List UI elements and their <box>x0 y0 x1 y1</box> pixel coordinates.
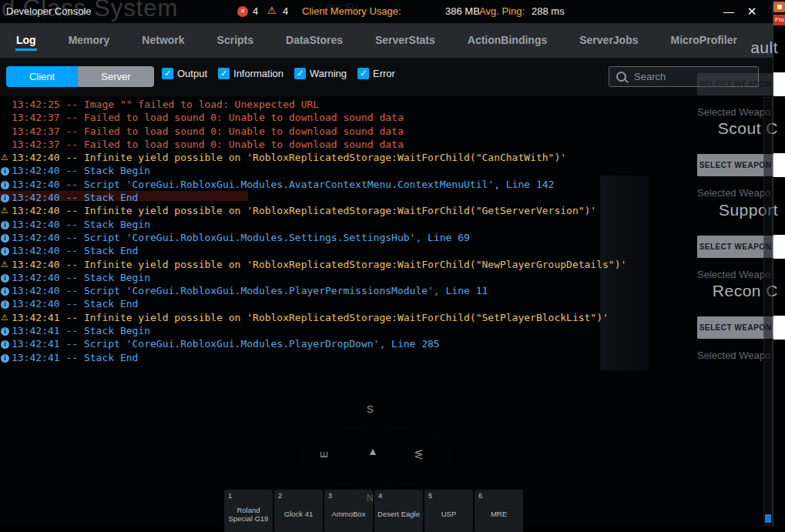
server-toggle-button[interactable]: Server <box>78 66 154 87</box>
error-count: 4 <box>253 5 258 17</box>
log-text: 13:42:40 -- Script 'CoreGui.RobloxGui.Mo… <box>12 179 554 190</box>
log-line[interactable]: 13:42:25 -- Image "" failed to load: Une… <box>0 98 773 111</box>
info-icon <box>1 340 9 349</box>
client-toggle-button[interactable]: Client <box>6 66 78 87</box>
info-icon <box>1 247 9 256</box>
log-text: 13:42:41 -- Stack Begin <box>12 325 150 336</box>
log-line[interactable]: 13:42:40 -- Stack Begin <box>0 271 773 284</box>
log-line[interactable]: 13:42:40 -- Stack Begin <box>0 164 773 177</box>
close-icon[interactable] <box>743 2 761 21</box>
log-line[interactable]: 13:42:40 -- Stack End <box>0 297 773 310</box>
log-line[interactable]: 13:42:40 -- Stack Begin <box>0 218 773 231</box>
log-output: 13:42:25 -- Image "" failed to load: Une… <box>0 96 773 527</box>
log-text: 13:42:40 -- Infinite yield possible on '… <box>12 205 596 216</box>
log-line[interactable]: 13:42:40 -- Script 'CoreGui.RobloxGui.Mo… <box>0 231 773 244</box>
warning-icon <box>1 260 8 269</box>
log-line[interactable]: 13:42:37 -- Failed to load sound 0: Unab… <box>0 138 773 151</box>
console-title-bar: Developer Console 4 4 Client Memory Usag… <box>0 0 773 23</box>
log-text: 13:42:40 -- Infinite yield possible on '… <box>12 259 626 270</box>
warning-icon <box>1 206 8 216</box>
error-count-icon <box>237 6 248 17</box>
log-text: 13:42:40 -- Infinite yield possible on '… <box>12 152 566 163</box>
log-line[interactable]: 13:42:40 -- Infinite yield possible on '… <box>0 151 773 164</box>
tab-actionbindings[interactable]: ActionBindings <box>467 30 548 51</box>
log-text: 13:42:41 -- Stack End <box>12 352 138 363</box>
log-text: 13:42:37 -- Failed to load sound 0: Unab… <box>12 112 404 123</box>
log-line[interactable]: 13:42:40 -- Stack End <box>0 191 773 204</box>
log-line[interactable]: 13:42:40 -- Infinite yield possible on '… <box>0 258 773 271</box>
ping-value: 288 ms <box>532 5 565 17</box>
checkbox-checked-icon <box>357 68 369 79</box>
filter-checkbox-warning[interactable]: Warning <box>294 68 347 79</box>
client-server-toggle: Client Server <box>6 66 154 87</box>
info-icon <box>1 287 9 296</box>
tab-scripts[interactable]: Scripts <box>216 30 254 51</box>
log-text: 13:42:40 -- Stack End <box>12 298 138 309</box>
tab-serverstats[interactable]: ServerStats <box>374 30 436 51</box>
memory-usage-label: Client Memory Usage: <box>302 5 401 17</box>
log-text: 13:42:40 -- Stack End <box>12 192 138 203</box>
log-text: 13:42:40 -- Stack End <box>12 245 138 256</box>
ping-label: Avg. Ping: <box>479 5 525 17</box>
checkbox-checked-icon <box>294 68 306 79</box>
log-line[interactable]: 13:42:40 -- Stack End <box>0 244 773 257</box>
info-icon <box>1 194 9 202</box>
memory-usage-value: 386 MB <box>445 5 480 17</box>
log-line[interactable]: 13:42:41 -- Stack End <box>0 351 773 364</box>
log-text: 13:42:40 -- Stack Begin <box>12 272 150 283</box>
log-line[interactable]: 13:42:37 -- Failed to load sound 0: Unab… <box>0 111 773 124</box>
info-icon <box>1 354 9 363</box>
tab-network[interactable]: Network <box>141 30 185 51</box>
checkbox-checked-icon <box>218 68 230 79</box>
tab-memory[interactable]: Memory <box>68 30 111 51</box>
log-line[interactable]: 13:42:37 -- Failed to load sound 0: Unab… <box>0 125 773 138</box>
log-line[interactable]: 13:42:41 -- Infinite yield possible on '… <box>0 311 773 324</box>
log-text: 13:42:37 -- Failed to load sound 0: Unab… <box>12 125 404 137</box>
checkbox-checked-icon <box>162 68 173 79</box>
minimize-button[interactable] <box>720 2 738 21</box>
log-text: 13:42:37 -- Failed to load sound 0: Unab… <box>12 139 404 150</box>
warning-count: 4 <box>283 5 288 17</box>
tab-datastores[interactable]: DataStores <box>285 30 344 51</box>
filter-bar: Client Server Output Information Warning… <box>0 58 773 96</box>
info-icon <box>1 274 9 283</box>
window-title: Developer Console <box>6 5 92 17</box>
filter-checkbox-output[interactable]: Output <box>162 68 207 79</box>
warning-icon <box>1 313 8 323</box>
log-line[interactable]: 13:42:41 -- Stack Begin <box>0 324 773 337</box>
info-icon <box>1 181 9 189</box>
tab-serverjobs[interactable]: ServerJobs <box>579 30 639 51</box>
search-icon <box>616 72 626 82</box>
search-input[interactable] <box>632 70 751 83</box>
info-icon <box>1 221 9 229</box>
tab-microprofiler[interactable]: MicroProfiler <box>670 30 738 51</box>
log-text: 13:42:41 -- Infinite yield possible on '… <box>12 312 609 323</box>
roblox-screen: d Class System me Su Developer Console 4… <box>0 0 785 532</box>
developer-console-window: Developer Console 4 4 Client Memory Usag… <box>0 0 773 527</box>
log-text: 13:42:40 -- Stack Begin <box>12 165 150 176</box>
info-icon <box>1 300 9 309</box>
tab-bar: LogMemoryNetworkScriptsDataStoresServerS… <box>0 23 773 58</box>
log-text: 13:42:40 -- Stack Begin <box>12 219 150 230</box>
filter-checkbox-information[interactable]: Information <box>218 68 283 79</box>
log-line[interactable]: 13:42:40 -- Infinite yield possible on '… <box>0 204 773 217</box>
log-text: 13:42:40 -- Script 'CoreGui.RobloxGui.Mo… <box>12 232 470 243</box>
log-line[interactable]: 13:42:40 -- Script 'CoreGui.RobloxGui.Mo… <box>0 284 773 297</box>
log-scrollbar-thumb[interactable] <box>765 514 771 523</box>
info-icon <box>1 167 9 176</box>
filter-checkbox-error[interactable]: Error <box>357 68 395 79</box>
log-scrollbar[interactable] <box>763 97 773 526</box>
log-text: 13:42:41 -- Script 'CoreGui.RobloxGui.Mo… <box>12 338 440 350</box>
log-line[interactable]: 13:42:41 -- Script 'CoreGui.RobloxGui.Mo… <box>0 337 773 350</box>
log-filter-checkboxes: Output Information Warning Error <box>162 68 395 79</box>
search-box[interactable] <box>609 66 759 87</box>
log-text: 13:42:25 -- Image "" failed to load: Une… <box>12 99 319 110</box>
warning-count-icon <box>267 5 277 16</box>
log-line[interactable]: 13:42:40 -- Script 'CoreGui.RobloxGui.Mo… <box>0 178 773 191</box>
info-icon <box>1 234 9 243</box>
log-text: 13:42:40 -- Script 'CoreGui.RobloxGui.Mo… <box>12 285 488 296</box>
warning-icon <box>1 153 8 162</box>
info-icon <box>1 327 9 336</box>
tab-log[interactable]: Log <box>15 30 37 51</box>
